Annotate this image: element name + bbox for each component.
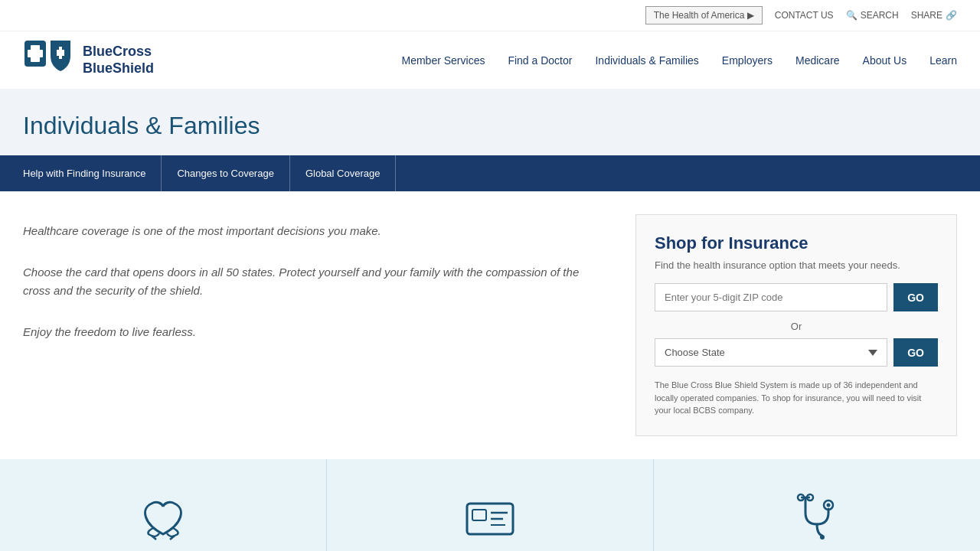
svg-rect-6 [472,510,486,520]
nav-find-doctor[interactable]: Find a Doctor [508,54,572,67]
logo-icon [23,39,77,81]
nav-employers[interactable]: Employers [722,54,773,67]
main-nav: Member Services Find a Doctor Individual… [402,54,958,67]
share-link[interactable]: SHARE 🔗 [911,10,957,21]
state-go-button[interactable]: GO [893,338,938,367]
page-title: Individuals & Families [23,112,957,140]
sub-nav-finding-insurance[interactable]: Help with Finding Insurance [23,155,162,191]
state-select[interactable]: Choose StateAlabamaAlaskaArizonaArkansas… [655,338,887,367]
or-divider: Or [655,321,938,332]
shop-for-insurance-box: Shop for Insurance Find the health insur… [635,214,957,436]
main-content: Healthcare coverage is one of the most i… [0,191,980,459]
shop-subtitle: Find the health insurance option that me… [655,259,938,271]
shop-disclaimer: The Blue Cross Blue Shield System is mad… [655,379,938,417]
stethoscope-icon [790,490,844,543]
nav-about-us[interactable]: About Us [863,54,907,67]
svg-point-14 [820,535,825,540]
nav-medicare[interactable]: Medicare [795,54,840,67]
health-america-button[interactable]: The Health of America ▶ [645,6,763,24]
zip-input[interactable] [655,283,887,311]
page-hero: Individuals & Families [0,89,980,155]
share-icon: 🔗 [946,10,957,21]
main-text-area: Healthcare coverage is one of the most i… [23,214,605,436]
nav-individuals-families[interactable]: Individuals & Families [595,54,698,67]
zip-input-row: GO [655,283,938,311]
utility-bar: The Health of America ▶ CONTACT US 🔍 SEA… [0,0,980,31]
id-card-icon [463,490,517,543]
main-paragraph-3: Enjoy the freedom to live fearless. [23,323,605,341]
card-opens-doors: THE CARD THAT OPENS DOORS IN ALL 50 STAT… [327,459,654,552]
search-icon: 🔍 [846,10,858,21]
state-select-row: Choose StateAlabamaAlaskaArizonaArkansas… [655,338,938,367]
nav-learn[interactable]: Learn [929,54,957,67]
svg-point-11 [827,503,831,507]
nav-member-services[interactable]: Member Services [402,54,485,67]
sub-nav: Help with Finding Insurance Changes to C… [0,155,980,191]
svg-rect-5 [467,504,513,534]
bottom-cards: TRUSTED FOR OVER 80 YEARS THE CARD THAT … [0,459,980,552]
sub-nav-changes-coverage[interactable]: Changes to Coverage [162,155,289,191]
main-paragraph-1: Healthcare coverage is one of the most i… [23,222,605,240]
svg-rect-2 [28,50,43,57]
logo-text: BlueCross BlueShield [83,44,154,77]
card-trusted: TRUSTED FOR OVER 80 YEARS [0,459,327,552]
sub-nav-global-coverage[interactable]: Global Coverage [290,155,397,191]
heart-hands-icon [136,490,190,543]
header: BlueCross BlueShield Member Services Fin… [0,31,980,89]
card-doctors: MOST WIDELY ACCEPTED BY DOCTORS AND SPEC… [654,459,980,552]
contact-us-link[interactable]: CONTACT US [775,10,834,21]
shop-title: Shop for Insurance [655,233,938,253]
logo[interactable]: BlueCross BlueShield [23,39,154,81]
zip-go-button[interactable]: GO [893,283,938,311]
main-paragraph-2: Choose the card that opens doors in all … [23,263,605,300]
search-link[interactable]: 🔍 SEARCH [846,10,899,21]
